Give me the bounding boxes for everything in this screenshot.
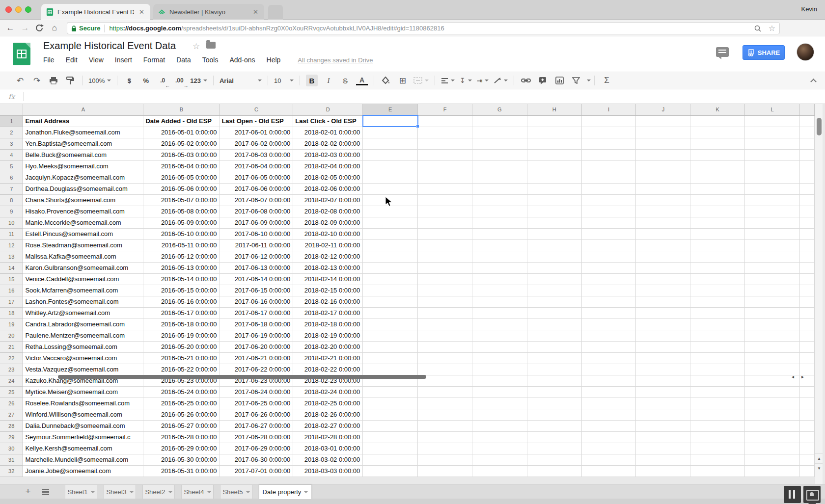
cell[interactable] [690, 194, 745, 206]
cell[interactable] [745, 239, 800, 251]
window-maximize-button[interactable] [25, 6, 31, 13]
cell[interactable]: 2017-06-29 0:00:00 [220, 443, 293, 454]
row-header[interactable]: 30 [0, 443, 23, 454]
tab-close-icon[interactable]: ✕ [252, 8, 259, 16]
cell[interactable] [472, 262, 527, 273]
cell[interactable] [745, 364, 800, 375]
tab-close-icon[interactable]: ✕ [138, 8, 145, 16]
cell[interactable] [745, 318, 800, 330]
cell[interactable] [636, 341, 690, 352]
cell[interactable] [690, 296, 745, 307]
cell[interactable] [527, 228, 581, 239]
row-header[interactable]: 9 [0, 206, 23, 217]
cell[interactable] [636, 217, 690, 228]
cell[interactable]: Victor.Vaccaro@someemail.com [23, 352, 143, 364]
cell[interactable] [799, 138, 814, 149]
cell[interactable]: 2018-02-04 0:00:00 [293, 160, 363, 172]
cell[interactable] [472, 138, 527, 149]
row-header[interactable]: 8 [0, 194, 23, 206]
cell[interactable] [636, 352, 690, 364]
cell[interactable] [418, 318, 472, 330]
cell[interactable]: Lashon.Fontes@someemail.com [23, 296, 143, 307]
cell[interactable]: Candra.Labrador@someemail.com [23, 318, 143, 330]
cell[interactable] [690, 251, 745, 262]
cell[interactable] [690, 285, 745, 296]
cell[interactable] [799, 398, 814, 409]
cell[interactable] [363, 138, 418, 149]
cell[interactable] [581, 262, 636, 273]
cell[interactable] [690, 217, 745, 228]
cell[interactable]: Myrtice.Meiser@someemail.com [23, 386, 143, 398]
cell[interactable] [799, 431, 814, 443]
address-bar[interactable]: Secure https://docs.google.com/spreadshe… [67, 22, 780, 34]
cell[interactable] [581, 138, 636, 149]
cell[interactable] [745, 194, 800, 206]
cell[interactable] [363, 172, 418, 183]
sheet-tab-caret-icon[interactable] [207, 491, 211, 493]
row-header[interactable]: 1 [0, 115, 23, 127]
cell[interactable] [799, 172, 814, 183]
cell[interactable] [799, 285, 814, 296]
cell[interactable] [472, 273, 527, 285]
cell[interactable]: 2017-07-01 0:00:00 [220, 465, 293, 477]
cell[interactable] [418, 206, 472, 217]
column-header-c[interactable]: C [220, 104, 293, 115]
cell[interactable] [690, 375, 745, 386]
cell[interactable] [527, 285, 581, 296]
column-header-j[interactable]: J [636, 104, 690, 115]
cell[interactable] [527, 160, 581, 172]
row-header[interactable]: 10 [0, 217, 23, 228]
home-button[interactable]: ⌂ [47, 23, 62, 33]
row-header[interactable]: 19 [0, 318, 23, 330]
cell[interactable]: 2017-06-08 0:00:00 [220, 206, 293, 217]
cell[interactable] [363, 330, 418, 341]
cell[interactable] [363, 149, 418, 160]
cell[interactable]: Jacqulyn.Kopacz@someemail.com [23, 172, 143, 183]
cell[interactable]: 2016-05-17 0:00:00 [143, 307, 220, 318]
cell[interactable] [581, 318, 636, 330]
cell[interactable] [363, 160, 418, 172]
save-status[interactable]: All changes saved in Drive [298, 56, 373, 64]
print-button[interactable] [48, 75, 59, 86]
add-sheet-button[interactable]: + [22, 484, 34, 499]
cell[interactable]: Estell.Pincus@someemail.com [23, 228, 143, 239]
vertical-align-button[interactable]: ↧ [460, 75, 472, 86]
sheet-tab-sheet3[interactable]: Sheet3 [104, 485, 136, 499]
cell[interactable] [527, 127, 581, 138]
cell[interactable] [527, 172, 581, 183]
cell[interactable] [799, 420, 814, 431]
row-header[interactable]: 22 [0, 352, 23, 364]
cell[interactable] [418, 239, 472, 251]
cell[interactable] [527, 375, 581, 386]
column-header-k[interactable]: K [690, 104, 745, 115]
cell[interactable] [799, 318, 814, 330]
cell[interactable] [636, 228, 690, 239]
cell[interactable]: Last Click - Old ESP [293, 115, 363, 127]
sheet-tab-sheet4[interactable]: Sheet4 [181, 485, 214, 499]
cell[interactable] [745, 443, 800, 454]
menu-data[interactable]: Data [176, 56, 191, 64]
cell[interactable] [418, 386, 472, 398]
cell[interactable] [636, 262, 690, 273]
cell[interactable] [636, 160, 690, 172]
cell[interactable] [472, 251, 527, 262]
cell[interactable]: Joanie.Jobe@someemail.com [23, 465, 143, 477]
cell[interactable] [636, 318, 690, 330]
cell[interactable]: 2018-02-11 0:00:00 [293, 239, 363, 251]
cell[interactable] [636, 307, 690, 318]
cell[interactable] [472, 431, 527, 443]
cell[interactable] [690, 409, 745, 420]
font-size-select[interactable]: 10 [274, 75, 294, 86]
cell[interactable] [636, 398, 690, 409]
cell[interactable]: 2018-02-12 0:00:00 [293, 251, 363, 262]
cell[interactable] [527, 431, 581, 443]
cell[interactable] [690, 386, 745, 398]
scroll-right-button[interactable]: ▸ [801, 374, 804, 379]
cell[interactable] [745, 149, 800, 160]
cell[interactable] [527, 115, 581, 127]
cell[interactable] [363, 431, 418, 443]
cell[interactable] [472, 307, 527, 318]
cell[interactable] [418, 398, 472, 409]
window-close-button[interactable] [5, 6, 12, 13]
cell[interactable] [799, 307, 814, 318]
